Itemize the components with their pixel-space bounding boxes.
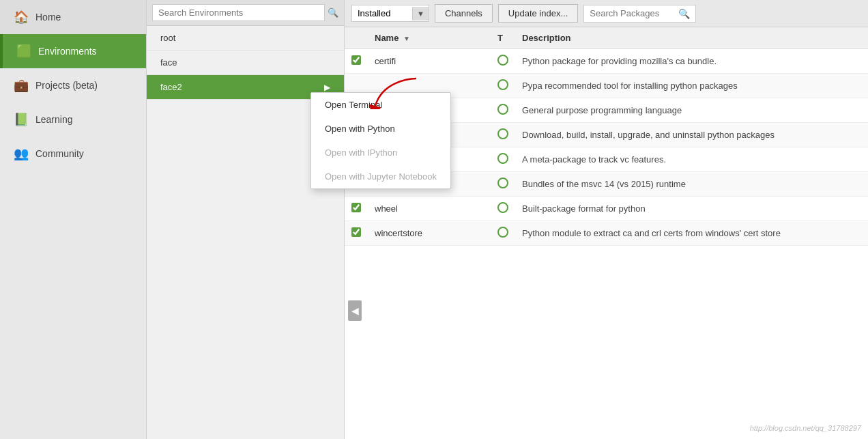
env-item-face2-label: face2 xyxy=(160,82,182,92)
col-header-name[interactable]: Name ▼ xyxy=(368,27,491,49)
sidebar-item-environments[interactable]: 🟩 Environments xyxy=(0,34,146,68)
context-menu-open-jupyter: Open with Jupyter Notebook xyxy=(311,165,450,188)
package-type-icon xyxy=(497,202,508,213)
search-packages-input[interactable] xyxy=(584,5,673,21)
env-item-root[interactable]: root xyxy=(147,26,344,51)
sidebar-item-home-label: Home xyxy=(35,12,61,23)
table-header-row: Name ▼ T Description xyxy=(345,27,868,49)
sidebar-item-community-label: Community xyxy=(35,148,84,159)
package-description: Download, build, install, upgrade, and u… xyxy=(515,123,868,147)
packages-panel: Installed All Not installed Upgradable ▼… xyxy=(345,0,868,439)
context-menu-open-python[interactable]: Open with Python xyxy=(311,117,450,141)
env-item-arrow-icon: ▶ xyxy=(324,83,330,92)
env-item-face-label: face xyxy=(160,57,177,68)
package-type-icon xyxy=(497,128,508,139)
package-description: A meta-package to track vc features. xyxy=(515,147,868,172)
env-search-input[interactable] xyxy=(152,4,325,21)
env-search-bar: 🔍 xyxy=(147,0,344,26)
community-icon: 👥 xyxy=(14,146,29,161)
environments-panel: 🔍 root face face2 ▶ xyxy=(147,0,345,439)
table-row: certifiPython package for providing mozi… xyxy=(345,49,868,74)
environments-icon: 🟩 xyxy=(16,44,31,59)
package-checkbox[interactable] xyxy=(351,203,361,212)
packages-table: Name ▼ T Description certifiPython packa… xyxy=(345,27,868,439)
table-row: wheelBuilt-package format for python xyxy=(345,197,868,221)
package-name: wheel xyxy=(368,197,491,221)
env-item-root-label: root xyxy=(160,33,175,43)
sidebar-item-home[interactable]: 🏠 Home xyxy=(0,0,146,34)
package-type-icon xyxy=(497,104,508,115)
context-menu-open-ipython: Open with IPython xyxy=(311,141,450,165)
env-list: root face face2 ▶ xyxy=(147,26,344,439)
search-packages-icon[interactable]: 🔍 xyxy=(673,5,695,22)
sidebar-item-projects-label: Projects (beta) xyxy=(35,80,98,91)
package-description: Built-package format for python xyxy=(515,197,868,221)
dropdown-arrow-icon: ▼ xyxy=(412,7,429,20)
learning-icon: 📗 xyxy=(14,112,29,127)
package-checkbox[interactable] xyxy=(351,227,361,237)
sidebar-item-learning-label: Learning xyxy=(35,114,73,125)
package-type-icon xyxy=(497,55,508,66)
search-packages-bar: 🔍 xyxy=(583,5,696,23)
package-description: Bundles of the msvc 14 (vs 2015) runtime xyxy=(515,172,868,197)
package-description: Python module to extract ca and crl cert… xyxy=(515,221,868,246)
context-menu: Open Terminal Open with Python Open with… xyxy=(310,92,451,189)
package-name: wincertstore xyxy=(368,221,491,246)
collapse-toggle[interactable]: ◀ xyxy=(348,300,362,321)
sidebar-item-learning[interactable]: 📗 Learning xyxy=(0,102,146,137)
package-checkbox[interactable] xyxy=(351,55,361,65)
package-description: General purpose programming language xyxy=(515,98,868,123)
package-type-icon xyxy=(497,178,508,188)
update-index-button[interactable]: Update index... xyxy=(498,4,578,23)
sidebar-item-community[interactable]: 👥 Community xyxy=(0,137,146,171)
col-header-description: Description xyxy=(515,27,868,49)
package-description: Pypa recommended tool for installing pyt… xyxy=(515,74,868,98)
packages-toolbar: Installed All Not installed Upgradable ▼… xyxy=(345,0,868,27)
filter-dropdown[interactable]: Installed All Not installed Upgradable xyxy=(352,5,412,21)
package-description: Python package for providing mozilla's c… xyxy=(515,49,868,74)
sidebar-item-environments-label: Environments xyxy=(38,46,97,57)
sidebar: 🏠 Home 🟩 Environments 💼 Projects (beta) … xyxy=(0,0,147,439)
table-row: wincertstorePython module to extract ca … xyxy=(345,221,868,246)
env-search-icon[interactable]: 🔍 xyxy=(328,8,338,18)
home-icon: 🏠 xyxy=(14,10,29,25)
sort-icon: ▼ xyxy=(403,35,410,42)
col-header-type: T xyxy=(491,27,515,49)
package-type-icon xyxy=(497,79,508,90)
col-header-checkbox xyxy=(345,27,368,49)
sidebar-item-projects[interactable]: 💼 Projects (beta) xyxy=(0,68,146,102)
filter-select[interactable]: Installed All Not installed Upgradable ▼ xyxy=(351,5,429,22)
watermark: http://blog.csdn.net/qq_31788297 xyxy=(750,424,861,432)
context-menu-open-terminal[interactable]: Open Terminal xyxy=(311,93,450,117)
package-type-icon xyxy=(497,153,508,164)
package-type-icon xyxy=(497,227,508,238)
channels-button[interactable]: Channels xyxy=(435,4,493,23)
env-item-face[interactable]: face xyxy=(147,51,344,75)
package-name: certifi xyxy=(368,49,491,74)
projects-icon: 💼 xyxy=(14,78,29,93)
